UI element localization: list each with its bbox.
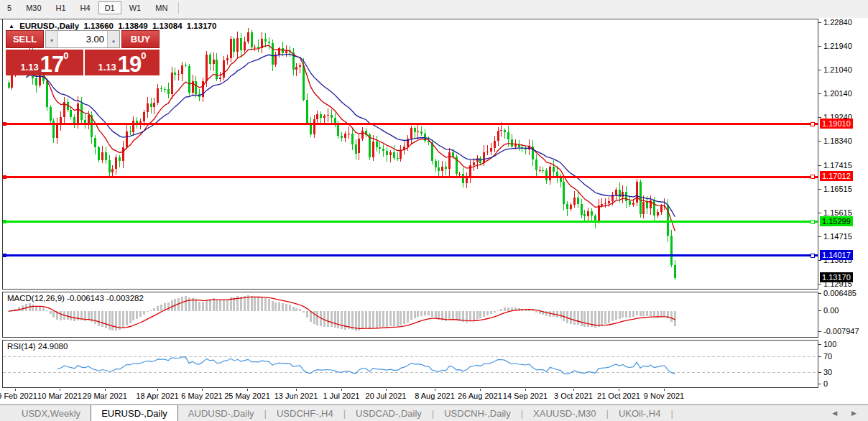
date-axis-label: 18 Apr 2021	[136, 392, 178, 400]
price-axis-label: 1.20140	[823, 89, 852, 98]
date-axis-tick	[15, 389, 16, 391]
date-axis-label: 13 Jun 2021	[274, 392, 318, 400]
price-axis-tick	[818, 260, 821, 261]
tab-eurusd-daily[interactable]: EURUSD-,Daily	[91, 405, 178, 421]
price-axis-label: 1.16515	[823, 185, 852, 194]
price-axis-tick	[818, 93, 821, 94]
date-axis[interactable]: 19 Feb 202110 Mar 202129 Mar 202118 Apr …	[2, 389, 818, 404]
volume-spinner: ▼ ▲	[45, 30, 120, 48]
horizontal-level-line[interactable]	[3, 220, 818, 223]
macd-axis-label: -0.007947	[823, 327, 859, 336]
horizontal-level-line[interactable]	[3, 254, 818, 257]
price-axis-label: 1.21940	[823, 42, 852, 51]
rsi-axis-label: 30	[823, 368, 832, 377]
buy-price-display[interactable]: 1.13190	[85, 50, 160, 75]
price-axis-label: 1.21040	[823, 65, 852, 75]
price-level-label: 1.14017	[820, 250, 853, 260]
tab-ukoil-h4[interactable]: UKOil-,H4	[609, 405, 671, 421]
price-axis-label: 1.14715	[823, 232, 852, 241]
toolbar-separator	[178, 2, 179, 14]
date-axis-tick	[157, 389, 158, 391]
price-level-label: 1.19010	[820, 119, 853, 129]
tab-scroll-left-icon[interactable]: ◀	[832, 410, 837, 417]
price-axis-tick	[818, 284, 821, 284]
date-axis-label: 6 May 2021	[181, 392, 222, 400]
tab-scroll-right-icon[interactable]: ▶	[851, 410, 857, 417]
timeframe-button-d1[interactable]: D1	[98, 1, 121, 14]
rsi-axis-label: 70	[823, 352, 832, 361]
date-axis-label: 26 Aug 2021	[458, 392, 502, 400]
timeframe-toolbar: 5M30H1H4D1W1MN	[0, 0, 868, 16]
macd-axis-label: 0.006485	[823, 289, 857, 298]
rsi-header: RSI(14) 24.9080	[7, 342, 68, 351]
macd-axis-label: 0.00	[823, 306, 839, 315]
ohlc-high: 1.13849	[118, 22, 148, 30]
price-axis-tick	[818, 189, 821, 190]
date-axis-label: 8 Aug 2021	[415, 392, 455, 400]
date-axis-label: 19 Feb 2021	[0, 392, 37, 400]
macd-axis-tick	[818, 293, 821, 294]
timeframe-button-m30[interactable]: M30	[19, 1, 47, 14]
buy-price-prefix: 1.13	[98, 62, 116, 73]
horizontal-level-line[interactable]	[3, 175, 818, 179]
ohlc-open: 1.13660	[83, 22, 114, 30]
date-axis-label: 25 May 2021	[224, 392, 270, 400]
one-click-trading-widget: SELL ▼ ▲ BUY 1.13170 1.13190	[6, 30, 160, 75]
arrow-up-icon: ▲	[111, 38, 116, 43]
rsi-axis-tick	[818, 356, 821, 357]
price-chart-panel[interactable]: ▲ EURUSD-,Daily 1.13660 1.13849 1.13084 …	[2, 19, 818, 290]
sell-button[interactable]: SELL	[6, 30, 44, 48]
tab-audusd-daily[interactable]: AUDUSD-,Daily	[178, 405, 264, 421]
sell-price-display[interactable]: 1.13170	[6, 50, 83, 75]
date-axis-tick	[202, 389, 203, 391]
tab-usdchf-h4[interactable]: USDCHF-,H4	[267, 405, 343, 421]
tab-usdcnh-daily[interactable]: USDCNH-,Daily	[434, 405, 520, 421]
ohlc-close: 1.13170	[187, 22, 217, 30]
price-axis-tick	[818, 236, 821, 237]
price-axis-tick	[818, 213, 821, 213]
date-axis-tick	[480, 389, 481, 391]
sell-price-pips: 17	[40, 54, 63, 75]
date-axis-label: 29 Mar 2021	[83, 392, 127, 400]
tab-separator: |	[670, 408, 673, 419]
price-level-label: 1.17012	[820, 171, 853, 181]
price-axis-tick	[818, 165, 821, 166]
macd-indicator-panel[interactable]: MACD(12,26,9) -0.006143 -0.003282	[2, 292, 818, 338]
rsi-axis-tick	[818, 344, 821, 345]
timeframe-button-w1[interactable]: W1	[123, 1, 148, 14]
price-axis[interactable]: 1.228401.219401.210401.201401.192401.183…	[818, 19, 868, 389]
sell-price-prefix: 1.13	[20, 62, 38, 73]
tab-xauusd-m30[interactable]: XAUUSD-,M30	[523, 405, 606, 421]
price-axis-tick	[818, 70, 821, 70]
date-axis-tick	[573, 389, 574, 391]
timeframe-button-5[interactable]: 5	[1, 1, 18, 14]
price-level-label: 1.15299	[820, 216, 853, 226]
timeframe-button-mn[interactable]: MN	[149, 1, 174, 14]
macd-axis-tick	[818, 310, 821, 311]
volume-increase-button[interactable]: ▲	[107, 31, 119, 47]
collapse-triangle-icon[interactable]: ▲	[9, 23, 14, 29]
date-axis-label: 10 Mar 2021	[37, 392, 82, 400]
timeframe-button-h1[interactable]: H1	[50, 1, 73, 14]
date-axis-label: 3 Oct 2021	[554, 392, 593, 400]
horizontal-level-line[interactable]	[3, 122, 818, 126]
tab-usdcad-daily[interactable]: USDCAD-,Daily	[346, 405, 432, 421]
volume-decrease-button[interactable]: ▼	[46, 31, 58, 47]
date-axis-tick	[296, 389, 297, 391]
buy-button[interactable]: BUY	[121, 30, 160, 48]
date-axis-tick	[619, 389, 619, 391]
date-axis-label: 14 Sep 2021	[503, 392, 548, 400]
price-axis-tick	[818, 117, 821, 118]
date-axis-tick	[435, 389, 435, 391]
price-axis-tick	[818, 46, 821, 47]
rsi-indicator-panel[interactable]: RSI(14) 24.9080	[2, 340, 818, 388]
date-axis-tick	[247, 389, 248, 391]
rsi-axis-label: 0	[823, 379, 828, 389]
timeframe-button-h4[interactable]: H4	[74, 1, 97, 14]
macd-axis-tick	[818, 331, 821, 332]
volume-input[interactable]	[58, 31, 107, 47]
date-axis-label: 20 Jul 2021	[366, 392, 407, 400]
tab-usdx-weekly[interactable]: USDX,Weekly	[11, 405, 91, 421]
date-axis-tick	[525, 389, 526, 391]
date-axis-label: 1 Jul 2021	[323, 392, 360, 400]
